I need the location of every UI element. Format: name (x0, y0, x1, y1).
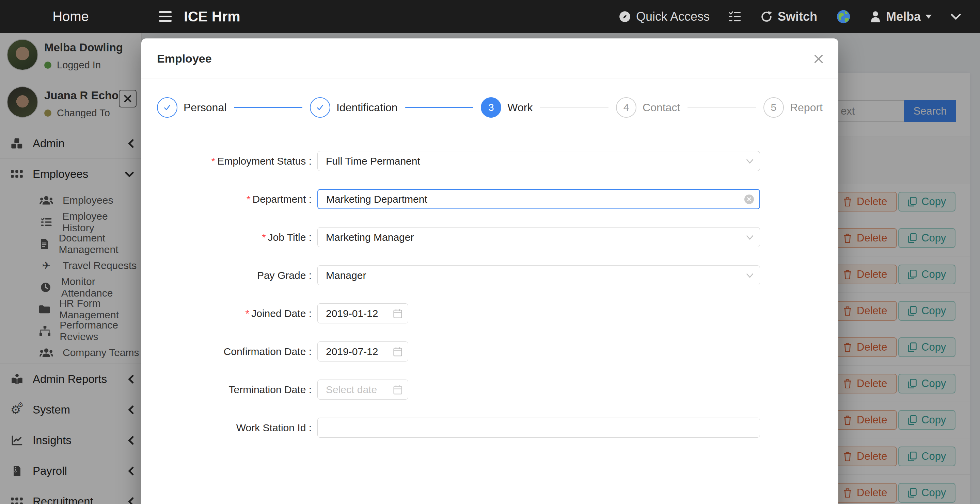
employee-modal: Employee Personal Identification (141, 38, 838, 504)
field-label: Pay Grade : (157, 270, 317, 281)
step-label: Work (508, 101, 533, 114)
field-joined-date: *Joined Date : (157, 303, 822, 323)
confirmation-date-value[interactable] (317, 341, 408, 361)
field-label: *Joined Date : (157, 308, 317, 319)
field-confirmation-date: Confirmation Date : (157, 341, 822, 361)
field-department: *Department : (157, 189, 822, 209)
person-icon (870, 11, 881, 23)
wizard-steps: Personal Identification 3 Work 4 Contact (141, 79, 838, 136)
pay-grade-value[interactable] (317, 265, 760, 285)
field-label: Confirmation Date : (157, 346, 317, 357)
step-work[interactable]: 3 Work (481, 97, 533, 118)
field-label: *Department : (157, 193, 317, 205)
employment-status-select[interactable] (317, 151, 760, 171)
clear-icon-wrap (745, 195, 754, 204)
step-connector (405, 107, 474, 108)
chevron-down-icon[interactable] (951, 14, 961, 20)
step-label: Contact (643, 101, 680, 114)
job-title-value[interactable] (317, 227, 760, 247)
work-form: *Employment Status : *Department : (141, 136, 838, 438)
step-number: 3 (481, 97, 501, 118)
globe-language-icon[interactable] (836, 10, 851, 24)
joined-date-picker[interactable] (317, 303, 408, 323)
nav-home-link[interactable]: Home (0, 9, 141, 24)
switch-label: Switch (778, 10, 817, 24)
step-check-icon (310, 97, 330, 118)
compass-icon (618, 10, 631, 23)
termination-date-value[interactable] (317, 380, 408, 399)
work-station-id-value[interactable] (317, 418, 760, 438)
step-number: 4 (616, 97, 636, 118)
user-menu[interactable]: Melba (870, 10, 932, 24)
field-termination-date: Termination Date : (157, 380, 822, 399)
modal-title: Employee (157, 38, 212, 79)
department-select[interactable] (317, 189, 760, 209)
step-connector (234, 107, 302, 108)
switch-button[interactable]: Switch (760, 10, 817, 24)
hamburger-icon[interactable] (159, 11, 172, 22)
step-check-icon (157, 97, 177, 118)
step-label: Identification (336, 101, 398, 114)
step-connector (540, 107, 608, 108)
field-work-station-id: Work Station Id : (157, 418, 822, 438)
task-list-icon[interactable] (729, 11, 741, 22)
quick-access-button[interactable]: Quick Access (618, 10, 710, 24)
step-connector (687, 107, 756, 108)
field-label: *Job Title : (157, 231, 317, 243)
nav-right-cluster: Quick Access S (618, 10, 980, 24)
field-label: Work Station Id : (157, 422, 317, 434)
close-icon[interactable] (812, 52, 826, 66)
work-station-id-field[interactable] (317, 418, 760, 438)
step-label: Personal (183, 101, 226, 114)
quick-access-label: Quick Access (636, 10, 710, 24)
job-title-select[interactable] (317, 227, 760, 247)
department-value[interactable] (317, 189, 760, 209)
app-brand: ICE Hrm (184, 8, 240, 25)
field-job-title: *Job Title : (157, 227, 822, 247)
clear-icon[interactable] (745, 195, 754, 204)
termination-date-picker[interactable] (317, 380, 408, 399)
step-personal[interactable]: Personal (157, 97, 226, 118)
field-employment-status: *Employment Status : (157, 151, 822, 171)
step-number: 5 (764, 97, 784, 118)
user-name: Melba (886, 10, 921, 24)
field-label: *Employment Status : (157, 155, 317, 167)
modal-header: Employee (141, 38, 838, 79)
field-label: Termination Date : (157, 384, 317, 396)
step-identification[interactable]: Identification (310, 97, 398, 118)
step-report[interactable]: 5 Report (764, 97, 822, 118)
joined-date-value[interactable] (317, 303, 408, 323)
step-contact[interactable]: 4 Contact (616, 97, 680, 118)
top-navbar: Home ICE Hrm Quick Access (0, 0, 980, 33)
step-label: Report (790, 101, 822, 114)
employment-status-value[interactable] (317, 151, 760, 171)
pay-grade-select[interactable] (317, 265, 760, 285)
confirmation-date-picker[interactable] (317, 341, 408, 361)
caret-down-icon (926, 14, 932, 19)
app: Home ICE Hrm Quick Access (0, 0, 980, 504)
switch-refresh-icon (760, 10, 773, 23)
field-pay-grade: Pay Grade : (157, 265, 822, 285)
